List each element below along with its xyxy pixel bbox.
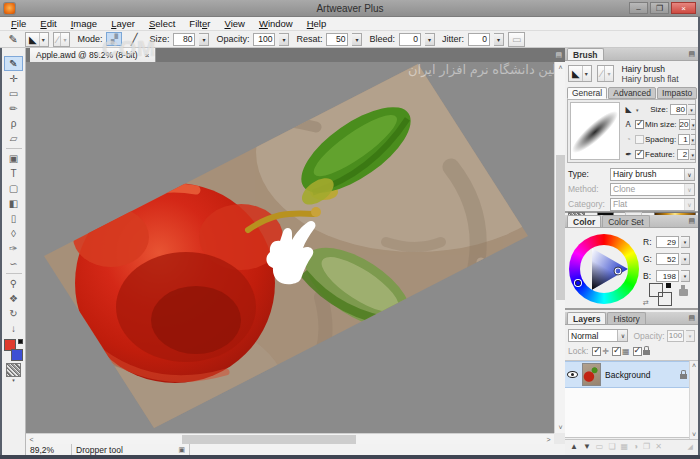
vertical-scrollbar[interactable]: ˄ ˅ xyxy=(554,62,565,433)
default-colors-icon[interactable] xyxy=(18,339,23,344)
swap-colors-icon[interactable]: ⇄ xyxy=(643,299,649,307)
menu-filter[interactable]: Filter xyxy=(182,17,217,30)
brush-tab-advanced[interactable]: Advanced xyxy=(608,87,656,99)
chevron-down-icon[interactable]: ▾ xyxy=(690,149,696,160)
zoom-level[interactable]: 89,2% xyxy=(26,444,72,455)
duplicate-layer-icon[interactable]: ❐ xyxy=(643,442,650,451)
layer-list-scrollbar[interactable]: ˄ ˅ xyxy=(689,361,698,439)
extra-options-button[interactable]: ▭ xyxy=(508,32,525,47)
document-tab[interactable]: Apple.awd @ 89.2% (8-bit) × xyxy=(30,48,156,62)
scroll-up-icon[interactable]: ˄ xyxy=(690,361,698,370)
method-select[interactable]: Clone ∨ xyxy=(610,183,695,196)
adjustment-layer-icon[interactable]: ◑ xyxy=(633,442,638,451)
panel-tab-color[interactable]: Color xyxy=(567,215,601,227)
eyedropper-tool[interactable]: ✑ xyxy=(4,241,23,256)
menu-file[interactable]: File xyxy=(4,17,33,30)
brush-tool[interactable]: ✎ xyxy=(4,56,23,71)
horizontal-scrollbar[interactable]: ˂ ˃ xyxy=(26,433,554,444)
setting-value[interactable]: 20 xyxy=(679,119,691,130)
chevron-down-icon[interactable]: ▾ xyxy=(199,33,209,46)
arrow-tool[interactable]: ↓ xyxy=(4,321,23,336)
tabbar-menu-icon[interactable]: ▤ xyxy=(555,51,562,59)
chevron-down-icon[interactable]: ▾ xyxy=(688,104,696,115)
eraser-tool[interactable]: ▯ xyxy=(4,211,23,226)
brush-variant-button[interactable]: ∕ ▾ xyxy=(53,32,71,47)
layer-mask-icon[interactable]: ▦ xyxy=(621,442,629,451)
setting-value[interactable]: 2 xyxy=(677,149,689,160)
delete-layer-icon[interactable]: ✕ xyxy=(655,442,662,451)
text-tool[interactable]: T xyxy=(4,166,23,181)
default-colors-icon[interactable] xyxy=(666,283,671,288)
color-wheel[interactable] xyxy=(569,234,639,304)
shape-tool[interactable]: ▢ xyxy=(4,181,23,196)
brush-tab-general[interactable]: General xyxy=(567,87,607,99)
brush-tab-impasto[interactable]: Impasto xyxy=(657,87,697,99)
layer-row[interactable]: Background xyxy=(565,361,689,388)
menu-image[interactable]: Image xyxy=(64,17,104,30)
close-button[interactable]: × xyxy=(671,2,696,14)
category-select[interactable]: Flat ∨ xyxy=(610,198,695,211)
type-select[interactable]: Hairy brush ∨ xyxy=(610,168,695,181)
setting-value[interactable]: 80 xyxy=(670,104,687,115)
panel-tab-brush[interactable]: Brush xyxy=(567,48,604,60)
horizontal-scroll-thumb[interactable] xyxy=(182,435,356,444)
panel-menu-icon[interactable]: ▤ xyxy=(688,314,695,322)
chevron-down-icon[interactable]: ▾ xyxy=(279,33,289,46)
background-color-swatch[interactable] xyxy=(11,349,23,361)
menu-edit[interactable]: Edit xyxy=(33,17,63,30)
canvas-viewport[interactable]: اولین دانشگاه نرم افزار ایران xyxy=(26,62,554,433)
lock-position-checkbox[interactable] xyxy=(592,347,601,356)
bleed-value[interactable]: 0 xyxy=(399,33,421,46)
scroll-right-icon[interactable]: ˃ xyxy=(543,434,554,445)
resize-grip-icon[interactable]: ◢ xyxy=(688,443,693,451)
visibility-eye-icon[interactable] xyxy=(567,371,578,378)
pencil-tool[interactable]: ✏ xyxy=(4,101,23,116)
channel-value[interactable]: 198 xyxy=(656,270,679,282)
hand-tool[interactable]: ❖ xyxy=(4,291,23,306)
chevron-down-icon[interactable]: ▾ xyxy=(691,134,696,145)
menu-window[interactable]: Window xyxy=(252,17,300,30)
pattern-swatch[interactable] xyxy=(6,363,21,377)
menu-view[interactable]: View xyxy=(217,17,251,30)
move-layer-up-icon[interactable]: ▲ xyxy=(570,442,578,451)
vertical-scroll-thumb[interactable] xyxy=(556,155,565,300)
antialias-checkbox[interactable] xyxy=(635,120,644,129)
panel-tab-layers[interactable]: Layers xyxy=(567,312,606,324)
chevron-down-icon[interactable]: ▾ xyxy=(2,377,25,383)
lock-pixels-checkbox[interactable] xyxy=(612,347,621,356)
color-triangle[interactable] xyxy=(580,245,628,293)
panel-tab-color-set[interactable]: Color Set xyxy=(602,215,649,227)
smudge-tool[interactable]: ∽ xyxy=(4,256,23,271)
brush-name[interactable]: Hairy brush xyxy=(621,64,678,74)
background-color-swatch[interactable] xyxy=(658,292,672,306)
chevron-down-icon[interactable]: ▾ xyxy=(494,33,504,46)
brush-shape-button[interactable]: ◣ ▾ xyxy=(568,65,592,82)
move-tool[interactable]: ✛ xyxy=(4,71,23,86)
chevron-down-icon[interactable]: ▾ xyxy=(636,107,639,113)
lock-all-checkbox[interactable] xyxy=(633,347,642,356)
menu-layer[interactable]: Layer xyxy=(104,17,142,30)
setting-value[interactable]: 1 xyxy=(678,134,690,145)
scroll-down-icon[interactable]: ˅ xyxy=(690,430,698,439)
menu-help[interactable]: Help xyxy=(300,17,334,30)
brush-variant-name[interactable]: Hairy brush flat xyxy=(621,74,678,84)
channel-value[interactable]: 52 xyxy=(656,253,679,265)
new-layer-icon[interactable]: ❏ xyxy=(608,442,615,451)
tab-close-icon[interactable]: × xyxy=(145,51,150,60)
chevron-down-icon[interactable]: ▾ xyxy=(681,270,690,282)
maximize-button[interactable]: ❐ xyxy=(650,2,669,14)
jitter-value[interactable]: 0 xyxy=(468,33,490,46)
brush-picker-button[interactable]: ◣ ▾ xyxy=(25,32,49,47)
zoom-tool[interactable]: ⚲ xyxy=(4,276,23,291)
channel-value[interactable]: 29 xyxy=(656,236,679,248)
feather-checkbox[interactable] xyxy=(635,150,644,159)
scroll-left-icon[interactable]: ˂ xyxy=(26,434,37,445)
menu-select[interactable]: Select xyxy=(142,17,182,30)
brush-variant-button[interactable]: ∕ ▾ xyxy=(597,65,615,82)
timing-checkbox[interactable] xyxy=(635,135,644,144)
gradient-tool[interactable]: ◧ xyxy=(4,196,23,211)
opacity-value[interactable]: 100 xyxy=(253,33,275,46)
lasso-tool[interactable]: ρ xyxy=(4,116,23,131)
chevron-down-icon[interactable]: ▾ xyxy=(691,119,696,130)
blend-mode-select[interactable]: Normal ∨ xyxy=(568,329,628,342)
